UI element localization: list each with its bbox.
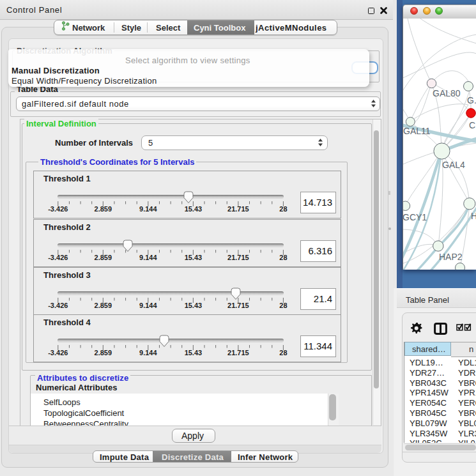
svg-text:HAP2: HAP2 (439, 252, 463, 262)
svg-text:GAL4: GAL4 (442, 160, 465, 170)
svg-text:GCY1: GCY1 (403, 212, 427, 222)
svg-text:G.: G. (467, 95, 476, 105)
svg-text:H: H (471, 211, 476, 221)
svg-text:GAL11: GAL11 (403, 126, 431, 136)
svg-text:GAL80: GAL80 (433, 88, 461, 98)
svg-text:C: C (469, 120, 475, 130)
